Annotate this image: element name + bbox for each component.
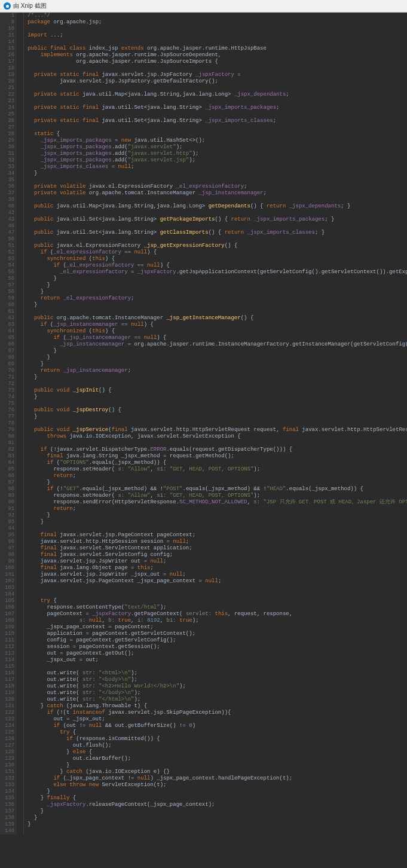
fold-marker[interactable] (17, 677, 23, 683)
fold-marker[interactable] (17, 479, 23, 486)
fold-marker[interactable] (17, 821, 23, 828)
fold-marker[interactable] (17, 190, 23, 197)
fold-marker[interactable] (17, 170, 23, 177)
code-line[interactable]: _jspx_imports_packages = new java.util.H… (27, 137, 407, 144)
fold-marker[interactable] (17, 664, 23, 670)
fold-marker[interactable] (17, 756, 23, 762)
fold-marker[interactable] (17, 473, 23, 479)
fold-marker[interactable] (17, 91, 23, 98)
code-line[interactable]: implements org.apache.jasper.runtime.Jsp… (27, 52, 407, 59)
code-line[interactable] (27, 223, 407, 230)
code-line[interactable]: if (response.isCommitted()) { (27, 736, 407, 742)
fold-marker[interactable] (17, 519, 23, 525)
fold-marker[interactable] (17, 374, 23, 381)
fold-marker[interactable] (17, 657, 23, 664)
code-line[interactable]: } (27, 394, 407, 401)
fold-marker[interactable] (17, 788, 23, 795)
fold-marker[interactable] (17, 328, 23, 335)
fold-marker[interactable] (17, 670, 23, 677)
code-line[interactable] (27, 664, 407, 670)
fold-marker[interactable] (17, 276, 23, 282)
fold-marker[interactable] (17, 499, 23, 506)
code-line[interactable]: public org.apache.tomcat.InstanceManager… (27, 315, 407, 322)
fold-marker[interactable] (17, 137, 23, 144)
fold-marker[interactable] (17, 466, 23, 473)
fold-marker[interactable] (17, 151, 23, 157)
code-line[interactable]: public void _jspDestroy() { (27, 407, 407, 414)
code-line[interactable]: } (27, 289, 407, 295)
fold-marker[interactable] (17, 302, 23, 308)
code-line[interactable] (27, 111, 407, 118)
code-line[interactable]: } (27, 170, 407, 177)
fold-marker[interactable] (17, 762, 23, 769)
code-line[interactable]: _jspxFactory.releasePageContext(_jspx_pa… (27, 802, 407, 808)
fold-marker[interactable] (17, 368, 23, 374)
fold-marker[interactable] (17, 223, 23, 230)
code-line[interactable]: final javax.servlet.jsp.PageContext page… (27, 532, 407, 539)
code-line[interactable]: synchronized (this) { (27, 256, 407, 262)
fold-marker[interactable] (17, 230, 23, 236)
fold-marker[interactable] (17, 815, 23, 821)
code-line[interactable]: _jspx_imports_packages.add("javax.servle… (27, 144, 407, 151)
code-line[interactable]: } (27, 519, 407, 525)
code-line[interactable]: private static final javax.servlet.jsp.J… (27, 72, 407, 78)
fold-marker[interactable] (17, 72, 23, 78)
fold-marker[interactable] (17, 486, 23, 493)
fold-marker[interactable] (17, 611, 23, 618)
code-line[interactable]: if (!(t instanceof javax.servlet.jsp.Ski… (27, 710, 407, 716)
fold-marker[interactable] (17, 637, 23, 644)
code-line[interactable]: } (27, 374, 407, 381)
fold-marker[interactable] (17, 591, 23, 598)
code-line[interactable] (27, 210, 407, 216)
fold-marker[interactable] (17, 512, 23, 519)
code-line[interactable] (27, 420, 407, 427)
fold-marker[interactable] (17, 354, 23, 361)
code-area[interactable]: /*...*/package org.apache.jsp;import ...… (24, 13, 407, 835)
fold-marker[interactable] (17, 696, 23, 703)
code-line[interactable]: out.write( str: "<h2>Hello World!</h2>\n… (27, 683, 407, 690)
fold-marker[interactable] (17, 26, 23, 32)
code-line[interactable]: } (27, 361, 407, 368)
code-line[interactable]: public final class index_jsp extends org… (27, 45, 407, 52)
code-line[interactable]: private static java.util.Map<java.lang.S… (27, 91, 407, 98)
code-line[interactable]: } (27, 276, 407, 282)
code-line[interactable]: public java.util.Set<java.lang.String> g… (27, 230, 407, 236)
code-line[interactable]: public javax.el.ExpressionFactory _jsp_g… (27, 243, 407, 249)
fold-marker[interactable] (17, 710, 23, 716)
code-line[interactable]: import ...; (27, 32, 407, 39)
code-line[interactable] (27, 591, 407, 598)
fold-marker[interactable] (17, 289, 23, 295)
fold-marker[interactable] (17, 322, 23, 328)
code-line[interactable]: final javax.servlet.ServletConfig config… (27, 552, 407, 558)
fold-marker[interactable] (17, 13, 23, 19)
code-line[interactable]: } finally { (27, 795, 407, 802)
code-line[interactable]: _jsp_instancemanager = org.apache.jasper… (27, 341, 407, 348)
code-line[interactable]: private static final java.util.Set<java.… (27, 118, 407, 124)
code-line[interactable] (27, 440, 407, 447)
fold-marker[interactable] (17, 308, 23, 315)
fold-marker[interactable] (17, 565, 23, 571)
fold-marker[interactable] (17, 341, 23, 348)
code-line[interactable] (27, 197, 407, 203)
code-line[interactable]: _jspx_out = out; (27, 657, 407, 664)
fold-marker[interactable] (17, 52, 23, 59)
code-line[interactable]: out = _jspx_out; (27, 716, 407, 723)
fold-marker[interactable] (17, 585, 23, 591)
code-line[interactable]: javax.servlet.jsp.JspFactory.getDefaultF… (27, 78, 407, 85)
fold-marker[interactable] (17, 420, 23, 427)
fold-marker[interactable] (17, 493, 23, 499)
fold-marker[interactable] (17, 683, 23, 690)
fold-marker[interactable] (17, 749, 23, 756)
fold-marker[interactable] (17, 335, 23, 341)
code-line[interactable]: if (_el_expressionfactory == null) { (27, 262, 407, 269)
code-line[interactable]: _jspx_imports_classes = null; (27, 164, 407, 170)
code-line[interactable] (27, 98, 407, 105)
fold-marker[interactable] (17, 243, 23, 249)
fold-marker[interactable] (17, 828, 23, 835)
fold-marker[interactable] (17, 249, 23, 256)
code-line[interactable]: synchronized (this) { (27, 328, 407, 335)
code-line[interactable] (27, 26, 407, 32)
code-line[interactable]: if (_jsp_instancemanager == null) { (27, 335, 407, 341)
code-line[interactable]: try { (27, 729, 407, 736)
code-line[interactable]: if (_jspx_page_context != null) _jspx_pa… (27, 775, 407, 782)
